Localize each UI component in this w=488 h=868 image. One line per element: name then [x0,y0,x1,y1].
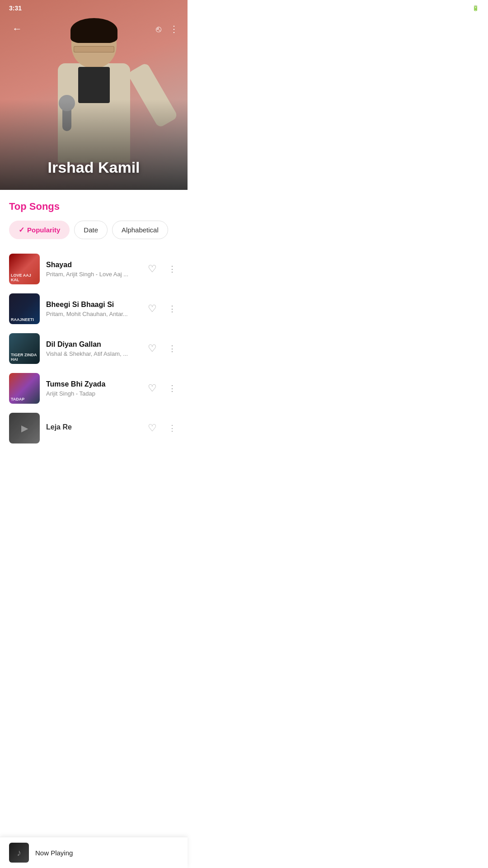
song-item: TIGER ZINDA HAI Dil Diyan Gallan Vishal … [9,329,178,368]
song-info: Dil Diyan Gallan Vishal & Shekhar, Atif … [46,340,139,357]
more-vertical-icon: ⋮ [168,264,176,274]
song-info: Leja Re [46,423,139,433]
hero-actions: ⎋ ⋮ [156,24,178,34]
song-thumbnail: RAAJNEETI [9,293,40,324]
heart-icon: ♡ [148,343,157,354]
song-subtitle: Arijit Singh - Tadap [46,390,139,397]
song-title: Leja Re [46,423,139,431]
more-vertical-icon: ⋮ [168,344,176,354]
hero-gradient [0,99,188,190]
status-bar: 3:31 🛡 ⬇ ▌▌ 🔋 [0,0,188,16]
like-button[interactable]: ♡ [145,262,160,276]
filter-date-label: Date [84,226,98,234]
filter-alphabetical-label: Alphabetical [122,226,159,234]
thumb-label: LOVE AAJ KAL [11,274,40,283]
song-actions: ♡ ⋮ [145,302,178,316]
status-time: 3:31 [9,5,22,12]
hero-section: ← ⎋ ⋮ Irshad Kamil [0,0,188,190]
song-info: Bheegi Si Bhaagi Si Pritam, Mohit Chauha… [46,301,139,317]
filter-tabs: ✓ Popularity Date Alphabetical [9,221,178,239]
more-vertical-icon: ⋮ [168,383,176,393]
song-more-button[interactable]: ⋮ [166,263,178,275]
more-options-icon[interactable]: ⋮ [169,24,178,34]
content-area: Top Songs ✓ Popularity Date Alphabetical… [0,190,188,480]
song-actions: ♡ ⋮ [145,341,178,356]
song-list: LOVE AAJ KAL Shayad Pritam, Arijit Singh… [9,249,178,480]
song-more-button[interactable]: ⋮ [166,342,178,355]
artist-name: Irshad Kamil [0,159,188,176]
song-actions: ♡ ⋮ [145,262,178,276]
song-info: Shayad Pritam, Arijit Singh - Love Aaj .… [46,261,139,278]
filter-tab-popularity[interactable]: ✓ Popularity [9,221,70,239]
heart-icon: ♡ [148,422,157,434]
song-more-button[interactable]: ⋮ [166,382,178,395]
like-button[interactable]: ♡ [145,341,160,356]
check-icon: ✓ [19,226,24,234]
hero-top-bar: ← ⎋ ⋮ [0,16,188,42]
heart-icon: ♡ [148,263,157,275]
song-subtitle: Pritam, Arijit Singh - Love Aaj ... [46,271,139,278]
song-item: LOVE AAJ KAL Shayad Pritam, Arijit Singh… [9,249,178,289]
song-title: Tumse Bhi Zyada [46,380,139,388]
like-button[interactable]: ♡ [145,381,160,396]
more-vertical-icon: ⋮ [168,423,176,433]
like-button[interactable]: ♡ [145,421,160,435]
play-icon: ▶ [21,423,28,434]
song-subtitle: Pritam, Mohit Chauhan, Antar... [46,311,139,317]
heart-icon: ♡ [148,303,157,315]
thumb-label: RAAJNEETI [11,318,34,322]
filter-tab-date[interactable]: Date [74,221,108,239]
song-actions: ♡ ⋮ [145,421,178,435]
song-subtitle: Vishal & Shekhar, Atif Aslam, ... [46,350,139,357]
filter-tab-alphabetical[interactable]: Alphabetical [112,221,168,239]
thumb-label: TIGER ZINDA HAI [11,353,40,362]
back-arrow-icon: ← [12,24,22,34]
song-thumbnail: ▶ [9,413,40,443]
back-button[interactable]: ← [9,21,25,37]
share-icon[interactable]: ⎋ [156,24,161,34]
heart-icon: ♡ [148,382,157,394]
song-item: RAAJNEETI Bheegi Si Bhaagi Si Pritam, Mo… [9,289,178,329]
thumb-label: TADAP [11,397,24,402]
song-thumbnail: LOVE AAJ KAL [9,254,40,284]
song-more-button[interactable]: ⋮ [166,422,178,434]
song-title: Bheegi Si Bhaagi Si [46,301,139,309]
song-item: ▶ Leja Re ♡ ⋮ [9,408,178,448]
song-title: Shayad [46,261,139,269]
filter-popularity-label: Popularity [27,226,60,234]
song-actions: ♡ ⋮ [145,381,178,396]
song-thumbnail: TADAP [9,373,40,404]
song-thumbnail: TIGER ZINDA HAI [9,333,40,364]
song-info: Tumse Bhi Zyada Arijit Singh - Tadap [46,380,139,397]
section-title: Top Songs [9,201,178,212]
more-vertical-icon: ⋮ [168,304,176,314]
song-more-button[interactable]: ⋮ [166,302,178,315]
song-item: TADAP Tumse Bhi Zyada Arijit Singh - Tad… [9,368,178,408]
like-button[interactable]: ♡ [145,302,160,316]
song-title: Dil Diyan Gallan [46,340,139,349]
